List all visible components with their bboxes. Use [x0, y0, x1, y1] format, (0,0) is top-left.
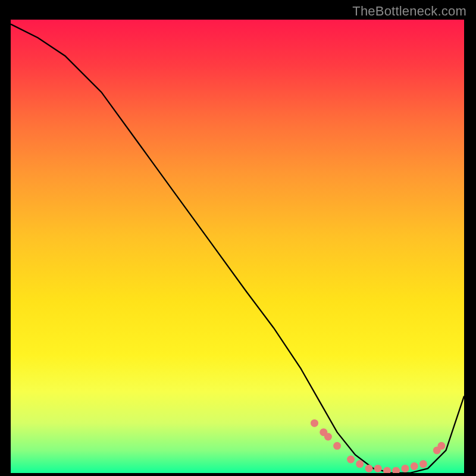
- marker-dot: [347, 456, 355, 464]
- marker-dot: [356, 460, 364, 468]
- marker-dot: [419, 460, 427, 468]
- marker-dot: [311, 419, 318, 427]
- marker-dot: [324, 433, 332, 441]
- chart-plot-area: [11, 20, 464, 473]
- highlight-dots: [311, 419, 445, 473]
- marker-dot: [392, 467, 400, 473]
- marker-dot: [365, 465, 373, 472]
- marker-dot: [333, 442, 341, 450]
- marker-dot: [374, 465, 382, 472]
- watermark-text: TheBottleneck.com: [352, 4, 466, 19]
- marker-dot: [401, 465, 409, 472]
- chart-frame: [9, 18, 466, 475]
- chart-svg: [11, 20, 464, 473]
- bottleneck-curve: [11, 24, 464, 473]
- marker-dot: [383, 467, 391, 473]
- marker-dot: [437, 442, 445, 450]
- marker-dot: [411, 462, 418, 470]
